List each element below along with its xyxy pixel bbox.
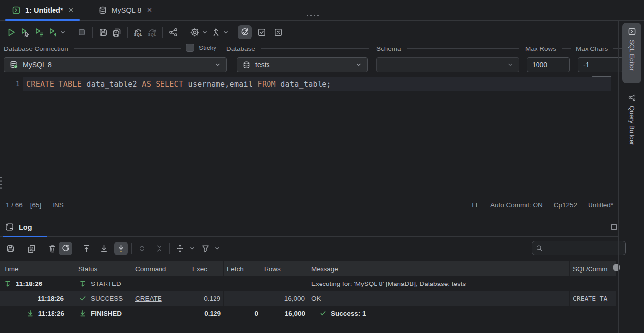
connection-select[interactable]: MySQL 8 bbox=[4, 57, 227, 72]
copy-icon[interactable] bbox=[25, 242, 38, 255]
line-ending[interactable]: LF bbox=[472, 201, 480, 209]
column-header-exec[interactable]: Exec bbox=[189, 261, 224, 276]
execute-new-tab-icon[interactable] bbox=[18, 25, 32, 39]
horizontal-sash-handle[interactable] bbox=[307, 15, 319, 16]
insert-mode: INS bbox=[53, 201, 64, 209]
execute-statement-icon[interactable] bbox=[46, 25, 60, 39]
query-builder-icon bbox=[628, 94, 636, 102]
tab-untitled[interactable]: 1: Untitled* × bbox=[4, 0, 81, 20]
log-rows bbox=[261, 276, 308, 291]
sidebar-tab-sql-editor[interactable]: SQL Editor bbox=[622, 23, 641, 83]
max-chars-label: Max Chars bbox=[576, 45, 623, 52]
maximize-icon[interactable] bbox=[611, 224, 617, 230]
sql-editor-window: 1: Untitled* × MySQL 8 × bbox=[0, 0, 644, 333]
column-header-fetch[interactable]: Fetch bbox=[224, 261, 261, 276]
stop-icon[interactable] bbox=[75, 25, 89, 39]
column-header-message[interactable]: Message bbox=[308, 261, 570, 276]
log-time: 11:18:26 bbox=[38, 310, 64, 317]
save-all-icon[interactable] bbox=[110, 25, 124, 39]
sidebar-tab-query-builder[interactable]: Query Builder bbox=[622, 89, 641, 168]
log-tab-label: Log bbox=[19, 223, 32, 231]
sql-token: data_table2 bbox=[86, 80, 142, 89]
search-input[interactable] bbox=[543, 244, 622, 252]
settings-gear-icon[interactable] bbox=[188, 25, 202, 39]
log-search-box[interactable] bbox=[532, 241, 626, 255]
sql-undo-icon[interactable]: SQL bbox=[131, 25, 145, 39]
close-icon[interactable]: × bbox=[69, 6, 74, 14]
right-sidebar: SQL Editor Query Builder bbox=[618, 21, 644, 333]
execute-script-icon[interactable] bbox=[32, 25, 46, 39]
rollback-icon[interactable] bbox=[271, 25, 285, 39]
log-status: SUCCESS bbox=[91, 295, 123, 302]
max-rows-input[interactable] bbox=[527, 57, 570, 72]
tab-mysql8[interactable]: MySQL 8 × bbox=[90, 0, 160, 20]
sql-editor-area[interactable]: 1 CREATE TABLE data_table2 AS SELECT use… bbox=[0, 75, 618, 195]
filter-icon[interactable] bbox=[199, 242, 212, 255]
close-icon[interactable]: × bbox=[147, 6, 152, 14]
connection-value: MySQL 8 bbox=[23, 61, 52, 69]
export-log-icon[interactable] bbox=[4, 242, 17, 255]
editor-status-bar: 1 / 66 [65] INS LF Auto Commit: ON Cp125… bbox=[0, 196, 618, 214]
table-row[interactable]: 11:18:26 FINISHED 0.129 0 16,000 Success… bbox=[0, 306, 616, 321]
table-row[interactable]: 11:18:26 SUCCESS CREATE 0.129 16,000 OK … bbox=[0, 291, 616, 306]
log-message: Success: 1 bbox=[331, 310, 366, 317]
schema-select[interactable] bbox=[376, 57, 519, 72]
chevron-down-icon bbox=[355, 61, 362, 68]
chevron-down-icon[interactable] bbox=[58, 25, 67, 39]
log-rows: 16,000 bbox=[261, 291, 308, 306]
log-sql bbox=[570, 306, 616, 321]
sql-editor-icon bbox=[628, 27, 636, 36]
sql-token: CREATE TABLE bbox=[26, 80, 86, 89]
chevron-down-icon[interactable] bbox=[200, 25, 209, 39]
finished-icon bbox=[79, 309, 87, 318]
max-chars-input[interactable] bbox=[578, 57, 623, 72]
editor-tab-bar: 1: Untitled* × MySQL 8 × bbox=[0, 0, 644, 21]
chevron-down-icon[interactable] bbox=[185, 242, 199, 255]
chevron-down-icon[interactable] bbox=[221, 25, 230, 39]
execute-icon[interactable] bbox=[4, 25, 18, 39]
vertical-sash-handle[interactable] bbox=[0, 177, 2, 189]
editor-scrollbar-thumb[interactable] bbox=[592, 76, 611, 77]
table-row[interactable]: 11:18:26 STARTED Executing for: 'MySQL 8… bbox=[0, 276, 616, 291]
sticky-option: Sticky bbox=[186, 44, 216, 52]
toolbar-separator bbox=[131, 243, 132, 254]
execution-plan-icon[interactable] bbox=[166, 25, 180, 39]
column-header-time[interactable]: Time bbox=[0, 261, 75, 276]
chevron-down-icon bbox=[507, 61, 514, 68]
sql-label: SQL bbox=[148, 32, 157, 37]
expand-all-icon[interactable] bbox=[135, 242, 149, 255]
commit-icon[interactable] bbox=[255, 25, 268, 39]
chevron-down-icon[interactable] bbox=[211, 242, 224, 255]
log-time: 11:18:26 bbox=[38, 295, 64, 302]
log-sql: CREATE TA bbox=[570, 291, 616, 306]
status-right: LF Auto Commit: ON Cp1252 Untitled* bbox=[472, 201, 618, 209]
follow-tail-icon[interactable] bbox=[114, 242, 128, 255]
sticky-checkbox[interactable] bbox=[186, 44, 194, 52]
schema-label: Schema bbox=[376, 45, 519, 52]
collapse-all-icon[interactable] bbox=[153, 242, 166, 255]
encoding[interactable]: Cp1252 bbox=[554, 201, 577, 209]
chevron-down-icon bbox=[215, 61, 221, 68]
scroll-to-top-icon[interactable] bbox=[80, 242, 93, 255]
tab-log[interactable]: Log bbox=[5, 218, 32, 236]
save-icon[interactable] bbox=[96, 25, 110, 39]
auto-commit-status[interactable]: Auto Commit: ON bbox=[490, 201, 543, 209]
column-header-command[interactable]: Command bbox=[132, 261, 189, 276]
row-spacing-icon[interactable] bbox=[173, 242, 187, 255]
column-header-rows[interactable]: Rows bbox=[261, 261, 308, 276]
connection-bar: Database Connection Sticky Database Sche… bbox=[0, 44, 624, 75]
started-icon bbox=[79, 280, 87, 288]
command-link[interactable]: CREATE bbox=[135, 295, 162, 302]
database-select[interactable]: tests bbox=[237, 57, 368, 72]
log-message: Executing for: 'MySQL 8' [MariaDB], Data… bbox=[308, 276, 570, 291]
scroll-to-end-icon[interactable] bbox=[97, 242, 110, 255]
column-header-sql[interactable]: SQL/Comm bbox=[570, 261, 616, 276]
column-header-status[interactable]: Status bbox=[75, 261, 132, 276]
sticky-label: Sticky bbox=[199, 44, 216, 51]
commit-mode-icon[interactable] bbox=[209, 25, 223, 39]
auto-commit-icon[interactable] bbox=[238, 25, 252, 39]
toolbar-separator bbox=[71, 27, 71, 38]
refresh-icon[interactable] bbox=[59, 242, 72, 255]
delete-icon[interactable] bbox=[46, 242, 59, 255]
sql-redo-icon[interactable]: SQL bbox=[145, 25, 159, 39]
